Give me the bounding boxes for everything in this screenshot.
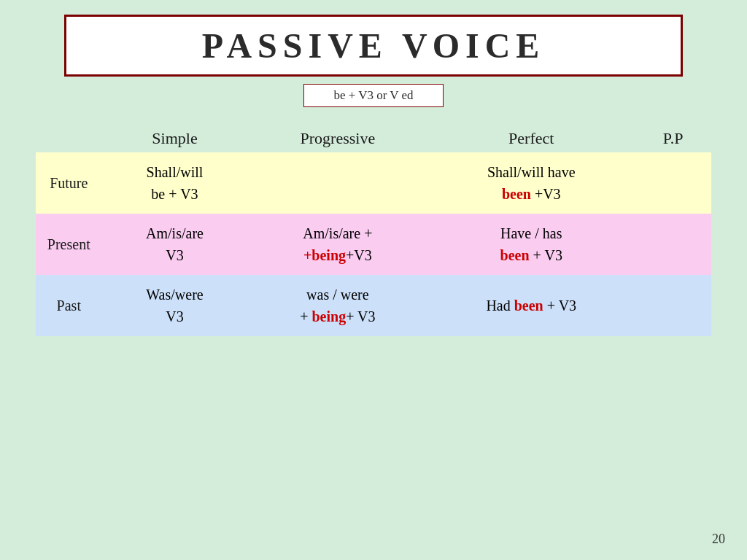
past-prog-line2: + being+ V3 xyxy=(258,306,417,327)
present-perfect-line2: been + V3 xyxy=(438,244,625,266)
past-pp xyxy=(635,275,711,336)
past-simple-line1: Was/were xyxy=(112,284,237,306)
future-perfect-been: been xyxy=(502,186,531,202)
future-simple-line2: be + V3 xyxy=(112,183,237,205)
present-perfect-line1: Have / has xyxy=(438,222,625,244)
subtitle-box: be + V3 or V ed xyxy=(303,84,443,107)
present-simple: Am/is/are V3 xyxy=(101,214,247,275)
present-prog-being: +being xyxy=(303,247,346,263)
present-perfect-been: been xyxy=(500,247,530,263)
tense-past: Past xyxy=(36,275,101,336)
present-perfect: Have / has been + V3 xyxy=(427,214,635,275)
past-prog-line1: was / were xyxy=(258,284,417,306)
present-prog-line2: +being+V3 xyxy=(258,244,417,266)
table-row: Future Shall/will be + V3 Shall/will hav… xyxy=(36,152,711,214)
future-pp xyxy=(635,152,711,214)
header-pp: P.P xyxy=(635,120,711,152)
tense-present: Present xyxy=(36,214,101,275)
title-text: PASSIVE VOICE xyxy=(125,26,622,66)
future-perfect-line2: been +V3 xyxy=(438,183,625,205)
table-row: Past Was/were V3 was / were + being+ V3 … xyxy=(36,275,711,336)
past-progressive: was / were + being+ V3 xyxy=(248,275,427,336)
future-simple-line1: Shall/will xyxy=(112,161,237,183)
future-perfect-line1: Shall/will have xyxy=(438,161,625,183)
title-box: PASSIVE VOICE xyxy=(64,15,683,77)
table-row: Present Am/is/are V3 Am/is/are + +being+… xyxy=(36,214,711,275)
past-perfect-line1: Had been + V3 xyxy=(438,295,625,316)
header-progressive: Progressive xyxy=(248,120,427,152)
future-simple: Shall/will be + V3 xyxy=(101,152,247,214)
future-perfect: Shall/will have been +V3 xyxy=(427,152,635,214)
subtitle-text: be + V3 or V ed xyxy=(333,88,413,103)
header-tense xyxy=(36,120,101,152)
present-prog-line1: Am/is/are + xyxy=(258,222,417,244)
present-simple-line2: V3 xyxy=(112,244,237,266)
past-simple: Was/were V3 xyxy=(101,275,247,336)
header-perfect: Perfect xyxy=(427,120,635,152)
past-prog-being: being xyxy=(311,308,346,324)
future-progressive xyxy=(248,152,427,214)
header-simple: Simple xyxy=(101,120,247,152)
past-perfect: Had been + V3 xyxy=(427,275,635,336)
present-progressive: Am/is/are + +being+V3 xyxy=(248,214,427,275)
past-simple-line2: V3 xyxy=(112,306,237,327)
past-perfect-been: been xyxy=(514,298,543,314)
present-pp xyxy=(635,214,711,275)
present-simple-line1: Am/is/are xyxy=(112,222,237,244)
tense-future: Future xyxy=(36,152,101,214)
page-number: 20 xyxy=(712,532,725,547)
passive-voice-table: Simple Progressive Perfect P.P Future Sh… xyxy=(36,120,711,336)
